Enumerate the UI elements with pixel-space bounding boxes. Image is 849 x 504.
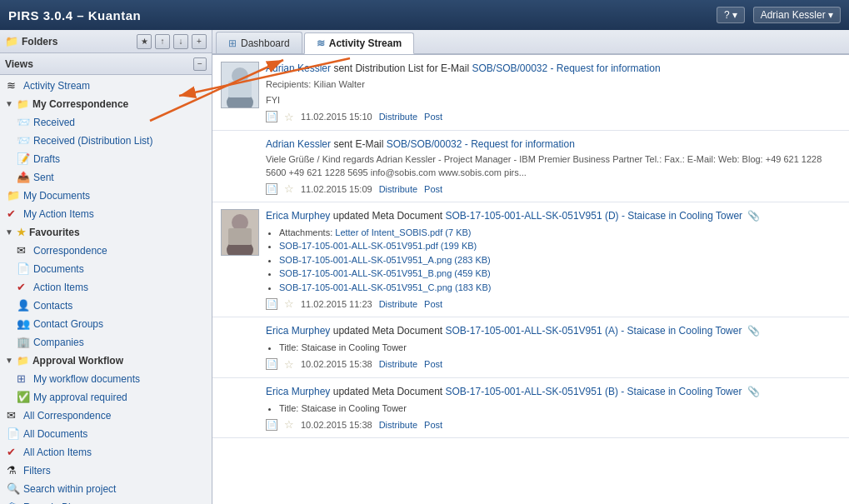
- sidebar-item-fav-contact-groups[interactable]: 👥 Contact Groups: [0, 315, 212, 333]
- feed-bullets-3: Attachments: Letter of Intent_SOBIS.pdf …: [279, 226, 841, 295]
- sidebar-item-fav-contacts[interactable]: 👤 Contacts: [0, 297, 212, 315]
- folder-icon: 📁: [5, 35, 18, 47]
- feed-doc-link-4[interactable]: SOB-17-105-001-ALL-SK-051V951 (A) - Stai…: [445, 325, 742, 337]
- sidebar-item-drafts[interactable]: 📝 Drafts: [0, 150, 212, 168]
- tab-activity-stream[interactable]: ≋ Activity Stream: [304, 32, 414, 54]
- my-correspondence-arrow: ▼: [5, 97, 13, 112]
- sidebar-item-fav-action-items[interactable]: ✔ Action Items: [0, 278, 212, 297]
- search-within-icon: 🔍: [7, 482, 20, 497]
- feed-distribute-1[interactable]: Distribute: [379, 112, 417, 122]
- topbar: PIRS 3.0.4 – Kuantan ? ▾ Adrian Kessler …: [0, 0, 849, 30]
- feed-body-2: Adrian Kessler sent E-Mail SOB/SOB/00032…: [266, 137, 841, 196]
- feed-star-5[interactable]: ☆: [284, 418, 294, 431]
- sidebar-section-approval-workflow[interactable]: ▼ 📁 Approval Workflow: [0, 352, 212, 370]
- feed-post-4[interactable]: Post: [424, 359, 442, 369]
- app-title: PIRS 3.0.4 – Kuantan: [8, 8, 141, 22]
- my-approval-required-label: My approval required: [33, 390, 127, 405]
- feed-post-2[interactable]: Post: [424, 184, 442, 194]
- feed-body-1: Adrian Kessler sent Distribution List fo…: [266, 62, 841, 123]
- fav-contact-groups-icon: 👥: [17, 317, 30, 332]
- fav-contacts-label: Contacts: [33, 298, 72, 313]
- bullet-item: SOB-17-105-001-ALL-SK-051V951.pdf (199 K…: [279, 239, 841, 253]
- feed-author-link-1[interactable]: Adrian Kessler: [266, 62, 331, 74]
- sidebar-item-my-documents[interactable]: 📁 My Documents: [0, 187, 212, 205]
- all-action-items-label: All Action Items: [23, 445, 92, 460]
- feed-distribute-4[interactable]: Distribute: [379, 359, 417, 369]
- sidebar-item-fav-correspondence[interactable]: ✉ Correspondence: [0, 242, 212, 260]
- fav-documents-icon: 📄: [17, 262, 30, 277]
- feed-post-3[interactable]: Post: [424, 299, 442, 309]
- feed-author-link-2[interactable]: Adrian Kessler: [266, 138, 331, 150]
- feed-distribute-5[interactable]: Distribute: [379, 420, 417, 430]
- received-dist-icon: 📨: [17, 133, 30, 148]
- sidebar-item-fav-companies[interactable]: 🏢 Companies: [0, 333, 212, 352]
- feed-meta-3: 📄 ☆ 11.02.2015 11:23 Distribute Post: [266, 297, 841, 310]
- sent-icon: 📤: [17, 170, 30, 185]
- drafts-icon: 📝: [17, 152, 30, 167]
- recycle-bin-icon: 🗑: [7, 500, 20, 504]
- sidebar-item-my-action-items[interactable]: ✔ My Action Items: [0, 205, 212, 223]
- sidebar-item-my-workflow-docs[interactable]: ⊞ My workflow documents: [0, 370, 212, 388]
- feed-author-link-5[interactable]: Erica Murphey: [266, 386, 330, 397]
- feed-star-3[interactable]: ☆: [284, 297, 294, 310]
- feed-doc-icon-5: 📄: [266, 419, 277, 431]
- feed-doc-link-1[interactable]: SOB/SOB/00032 - Request for information: [472, 62, 660, 74]
- sidebar-btn-3[interactable]: ↓: [173, 34, 188, 49]
- sidebar-item-activity-stream[interactable]: ≋ Activity Stream: [0, 77, 212, 95]
- sidebar-section-my-correspondence[interactable]: ▼ 📁 My Correspondence: [0, 95, 212, 113]
- feed-item-4: Erica Murphey updated Meta Document SOB-…: [212, 317, 849, 377]
- activity-feed: Adrian Kessler sent Distribution List fo…: [212, 55, 849, 504]
- sidebar-btn-2[interactable]: ↑: [155, 34, 170, 49]
- feed-doc-link-5[interactable]: SOB-17-105-001-ALL-SK-051V951 (B) - Stai…: [445, 386, 742, 397]
- feed-body-4: Erica Murphey updated Meta Document SOB-…: [266, 324, 841, 370]
- fav-action-items-icon: ✔: [17, 280, 30, 295]
- feed-star-1[interactable]: ☆: [284, 111, 294, 123]
- sidebar-item-fav-documents[interactable]: 📄 Documents: [0, 260, 212, 278]
- feed-author-link-3[interactable]: Erica Murphey: [266, 210, 330, 222]
- bullet-item: Title: Staicase in Cooling Tower: [279, 402, 841, 416]
- fav-contact-groups-label: Contact Groups: [33, 317, 103, 332]
- sidebar-item-sent[interactable]: 📤 Sent: [0, 168, 212, 187]
- feed-distribute-2[interactable]: Distribute: [379, 184, 417, 194]
- feed-doc-icon-1: 📄: [266, 111, 277, 122]
- my-correspondence-label: My Correspondence: [32, 97, 128, 112]
- sidebar-btn-add[interactable]: +: [192, 34, 207, 49]
- recycle-bin-label: Recycle Bin: [23, 500, 76, 504]
- sidebar-item-search-within[interactable]: 🔍 Search within project: [0, 480, 212, 498]
- feed-star-4[interactable]: ☆: [284, 358, 294, 371]
- tab-dashboard[interactable]: ⊞ Dashboard: [216, 32, 302, 53]
- sidebar-item-all-action-items[interactable]: ✔ All Action Items: [0, 443, 212, 462]
- search-within-label: Search within project: [23, 482, 116, 497]
- feed-post-1[interactable]: Post: [424, 112, 442, 122]
- sidebar-item-received-dist[interactable]: 📨 Received (Distribution List): [0, 132, 212, 150]
- sidebar-item-recycle-bin[interactable]: 🗑 Recycle Bin: [0, 498, 212, 504]
- help-button[interactable]: ? ▾: [717, 7, 745, 23]
- feed-doc-link-2[interactable]: SOB/SOB/00032 - Request for information: [387, 138, 575, 150]
- feed-author-link-4[interactable]: Erica Murphey: [266, 325, 330, 337]
- approval-workflow-folder-icon: 📁: [17, 353, 29, 368]
- sidebar-item-all-documents[interactable]: 📄 All Documents: [0, 425, 212, 443]
- feed-distribute-3[interactable]: Distribute: [379, 299, 417, 309]
- sidebar-item-filters[interactable]: ⚗ Filters: [0, 462, 212, 480]
- feed-title-1: Adrian Kessler sent Distribution List fo…: [266, 62, 841, 76]
- favourites-star-icon: ★: [17, 225, 26, 240]
- main-layout: 📁 Folders ★ ↑ ↓ + Views − ≋ Activity Str…: [0, 30, 849, 504]
- feed-avatar-1: [221, 62, 259, 108]
- user-menu-button[interactable]: Adrian Kessler ▾: [753, 7, 841, 23]
- feed-title-2: Adrian Kessler sent E-Mail SOB/SOB/00032…: [266, 137, 841, 152]
- feed-star-2[interactable]: ☆: [284, 182, 294, 195]
- sidebar-section-favourites[interactable]: ▼ ★ Favourites: [0, 223, 212, 242]
- help-icon: ?: [724, 9, 730, 21]
- feed-post-5[interactable]: Post: [424, 420, 442, 430]
- sidebar-item-received[interactable]: 📨 Received: [0, 113, 212, 132]
- filters-icon: ⚗: [7, 463, 20, 478]
- feed-doc-link-3[interactable]: SOB-17-105-001-ALL-SK-051V951 (D) - Stai…: [445, 210, 742, 222]
- folders-label: Folders: [22, 36, 133, 47]
- approval-workflow-label: Approval Workflow: [32, 353, 123, 368]
- sidebar-item-my-approval-required[interactable]: ✅ My approval required: [0, 388, 212, 407]
- my-workflow-docs-icon: ⊞: [17, 372, 30, 387]
- my-action-items-label: My Action Items: [23, 207, 94, 222]
- sidebar-item-all-correspondence[interactable]: ✉ All Correspondence: [0, 407, 212, 425]
- views-collapse-button[interactable]: −: [193, 57, 207, 71]
- sidebar-btn-1[interactable]: ★: [137, 34, 152, 49]
